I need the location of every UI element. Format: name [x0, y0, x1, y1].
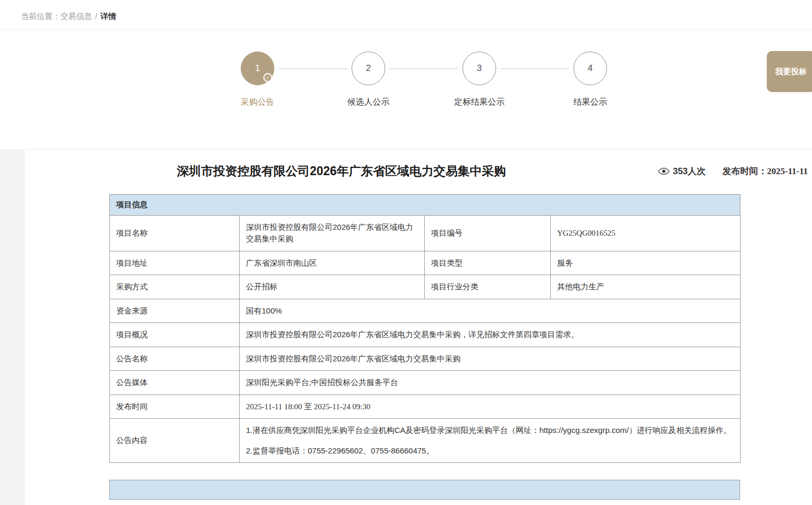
project-info-table: 项目信息 项目名称 深圳市投资控股有限公司2026年广东省区域电力交易集中采购 … [109, 194, 741, 463]
step-4-circle: 4 [573, 52, 607, 85]
step-2-circle: 2 [352, 52, 385, 85]
section-title: 项目信息 [110, 195, 741, 216]
row-label: 项目名称 [110, 215, 240, 251]
eye-icon [658, 167, 670, 175]
announcement-content-paragraph-2: 2.监督举报电话：0755-22965602、0755-86660475。 [246, 445, 734, 457]
step-connector [389, 68, 458, 69]
check-icon: ✓ [263, 73, 272, 82]
breadcrumb-current: 详情 [100, 12, 116, 21]
step-candidate-publicity[interactable]: 2 候选人公示 [347, 52, 389, 108]
row-label: 项目地址 [110, 251, 240, 275]
row-value: 深圳市投资控股有限公司2026年广东省区域电力交易集中采购 [240, 347, 741, 371]
row-value-project-code: YG25QG0016525 [551, 215, 741, 251]
table-row-project-overview: 项目概况 深圳市投资控股有限公司2026年广东省区域电力交易集中采购，详见招标文… [110, 323, 741, 347]
table-row-procurement-method: 采购方式 公开招标 项目行业分类 其他电力生产 [110, 275, 741, 299]
row-label: 发布时间 [110, 395, 240, 419]
announcement-card: 深圳市投资控股有限公司2026年广东省区域电力交易集中采购 353人次 发布时间… [25, 150, 812, 505]
step-3-label: 定标结果公示 [454, 97, 505, 108]
step-connector [279, 68, 347, 69]
step-connector [500, 68, 569, 69]
table-row-announcement-name: 公告名称 深圳市投资控股有限公司2026年广东省区域电力交易集中采购 [110, 347, 741, 371]
row-label: 公告名称 [110, 347, 240, 371]
breadcrumb-separator: / [95, 12, 97, 21]
row-value: 深圳市投资控股有限公司2026年广东省区域电力交易集中采购，详见招标文件第四章项… [240, 323, 741, 347]
announcement-content-paragraph-1: 1.潜在供应商凭深圳阳光采购平台企业机构CA及密码登录深圳阳光采购平台（网址：h… [246, 425, 734, 437]
row-label: 公告内容 [110, 419, 240, 463]
row-label: 项目编号 [425, 215, 551, 251]
step-1-label: 采购公告 [241, 97, 274, 108]
announcement-title: 深圳市投资控股有限公司2026年广东省区域电力交易集中采购 [35, 163, 647, 179]
table-row-project-address: 项目地址 广东省深圳市南山区 项目类型 服务 [110, 251, 741, 275]
table-row-publish-period: 发布时间 2025-11-11 18:00 至 2025-11-24 09:30 [110, 395, 741, 419]
step-1-number: 1 [255, 63, 260, 74]
row-value: 国有100% [240, 299, 741, 323]
row-value: 公开招标 [240, 275, 425, 299]
views-count: 353人次 [673, 165, 705, 177]
bid-button[interactable]: 我要投标 [767, 51, 812, 92]
step-result-publicity[interactable]: 4 结果公示 [569, 52, 611, 108]
breadcrumb: 当前位置：交易信息/详情 [0, 0, 812, 30]
row-value-publish-period: 2025-11-11 18:00 至 2025-11-24 09:30 [240, 395, 741, 419]
row-label: 项目类型 [425, 251, 551, 275]
step-4-label: 结果公示 [573, 97, 607, 108]
content-area: 深圳市投资控股有限公司2026年广东省区域电力交易集中采购 353人次 发布时间… [0, 149, 812, 505]
table-row-project-name: 项目名称 深圳市投资控股有限公司2026年广东省区域电力交易集中采购 项目编号 … [110, 215, 741, 251]
table-row-funding-source: 资金来源 国有100% [110, 299, 741, 323]
row-value-announcement-content: 1.潜在供应商凭深圳阳光采购平台企业机构CA及密码登录深圳阳光采购平台（网址：h… [240, 419, 741, 463]
row-value: 广东省深圳市南山区 [240, 251, 425, 275]
publish-time: 发布时间：2025-11-11 [723, 165, 808, 177]
stepper: 1 ✓ 采购公告 2 候选人公示 3 定标结果公示 [0, 30, 812, 149]
row-value: 其他电力生产 [551, 275, 741, 299]
table-section-header: 项目信息 [110, 195, 741, 216]
breadcrumb-prefix: 当前位置： [21, 12, 60, 21]
views-counter: 353人次 [658, 165, 705, 177]
table-row-announcement-content: 公告内容 1.潜在供应商凭深圳阳光采购平台企业机构CA及密码登录深圳阳光采购平台… [110, 419, 741, 463]
page: 当前位置：交易信息/详情 1 ✓ 采购公告 2 候选人公示 3 [0, 0, 812, 505]
announcement-header: 深圳市投资控股有限公司2026年广东省区域电力交易集中采购 353人次 发布时间… [25, 163, 812, 179]
table-row-announcement-media: 公告媒体 深圳阳光采购平台;中国招投标公共服务平台 [110, 371, 741, 395]
step-4-number: 4 [588, 63, 592, 74]
row-label: 项目行业分类 [425, 275, 551, 299]
step-2-label: 候选人公示 [347, 97, 389, 108]
row-label: 项目概况 [110, 323, 240, 347]
step-procurement-announcement[interactable]: 1 ✓ 采购公告 [237, 52, 279, 108]
row-label: 公告媒体 [110, 371, 240, 395]
breadcrumb-link-trade-info[interactable]: 交易信息 [60, 12, 92, 21]
publish-time-value: 2025-11-11 [767, 166, 808, 176]
row-value: 深圳市投资控股有限公司2026年广东省区域电力交易集中采购 [240, 215, 425, 251]
step-1-circle: 1 ✓ [241, 52, 274, 85]
stepper-track: 1 ✓ 采购公告 2 候选人公示 3 定标结果公示 [237, 52, 611, 108]
step-3-number: 3 [477, 63, 481, 74]
row-value: 深圳阳光采购平台;中国招投标公共服务平台 [240, 371, 741, 395]
row-value: 服务 [551, 251, 741, 275]
next-section-header-bar [109, 480, 740, 500]
row-label: 资金来源 [110, 299, 240, 323]
step-award-result-publicity[interactable]: 3 定标结果公示 [458, 52, 500, 108]
step-3-circle: 3 [462, 52, 496, 85]
row-label: 采购方式 [110, 275, 240, 299]
step-2-number: 2 [366, 63, 371, 74]
publish-time-label: 发布时间： [723, 166, 767, 176]
